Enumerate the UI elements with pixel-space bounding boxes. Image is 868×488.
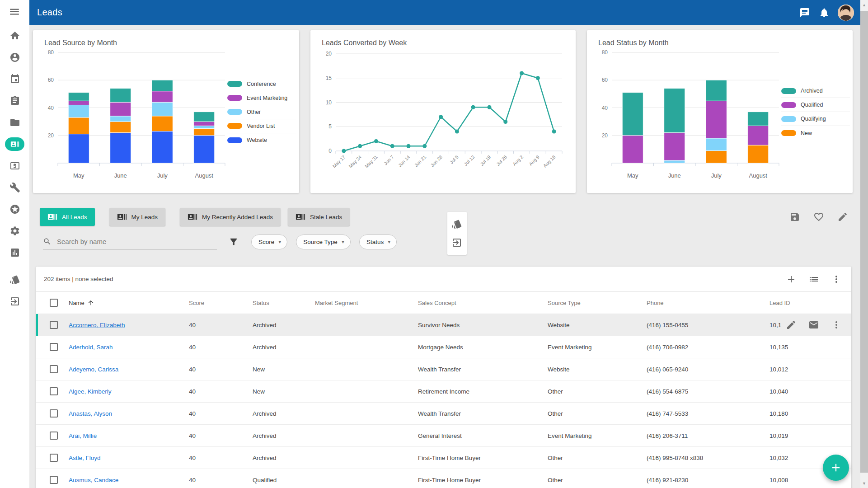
svg-text:July: July [711, 172, 722, 179]
lead-name-link[interactable]: Aderhold, Sarah [69, 344, 113, 351]
svg-text:May 31: May 31 [364, 154, 379, 169]
more-vert-icon[interactable] [831, 274, 842, 285]
table-row[interactable]: Accornero, Elizabeth40ArchivedSurvivor N… [36, 314, 851, 336]
email-icon[interactable] [808, 319, 819, 330]
cell-name: Arai, Millie [69, 432, 189, 439]
table-row[interactable]: Astle, Floyd40ArchivedFirst-Time Home Bu… [36, 447, 851, 469]
sidebar-item-reports[interactable] [0, 242, 29, 263]
column-header-market-segment[interactable]: Market Segment [315, 300, 418, 306]
legend-label: New [801, 130, 812, 136]
cell-name: Algee, Kimberly [69, 388, 189, 395]
table-row[interactable]: Algee, Kimberly40NewRetirement IncomeOth… [36, 380, 851, 403]
column-header-source-type[interactable]: Source Type [548, 300, 647, 306]
table-row[interactable]: Ausmus, Candace40QualifiedFirst-Time Hom… [36, 469, 851, 488]
lead-name-link[interactable]: Algee, Kimberly [69, 388, 112, 395]
lead-name-link[interactable]: Accornero, Elizabeth [69, 322, 125, 328]
sort-asc-icon [87, 299, 94, 306]
table-row[interactable]: Arai, Millie40ArchivedGeneral InterestEv… [36, 425, 851, 447]
search-input[interactable] [56, 237, 217, 246]
chat-icon[interactable] [799, 7, 811, 19]
column-header-status[interactable]: Status [253, 300, 315, 306]
row-checkbox[interactable] [50, 343, 58, 351]
filter-icon[interactable] [229, 236, 240, 248]
sidebar-item-home[interactable] [0, 25, 29, 47]
edit-icon[interactable] [837, 211, 849, 223]
heart-icon[interactable] [813, 211, 825, 223]
row-checkbox-cell [36, 476, 69, 484]
view-button-all-leads[interactable]: All Leads [40, 208, 95, 226]
sidebar-item-calendar[interactable] [0, 68, 29, 90]
column-header-name[interactable]: Name [69, 299, 189, 306]
sidebar-item-profile[interactable] [0, 47, 29, 68]
tags-icon[interactable] [451, 218, 463, 230]
lead-name-link[interactable]: Anastas, Alyson [69, 410, 112, 417]
lead-name-link[interactable]: Adeyemo, Carissa [69, 366, 118, 373]
scroll-down-icon[interactable]: ▼ [860, 479, 868, 487]
cell-phone: (416) 747-5533 [647, 410, 769, 417]
legend-label: Qualified [801, 102, 823, 108]
lead-status-chart: 20406080MayJuneJulyAugust [591, 47, 781, 183]
sidebar-item-billing[interactable] [0, 155, 29, 177]
lead-status-legend: ArchivedQualifiedQualifyingNew [781, 84, 850, 140]
sidebar-item-tags[interactable] [0, 269, 29, 291]
more-vert-icon[interactable] [831, 319, 842, 330]
lead-name-link[interactable]: Ausmus, Candace [69, 477, 118, 483]
column-header-score[interactable]: Score [189, 300, 253, 306]
main-content: Lead Source by Month 20406080MayJuneJuly… [29, 25, 860, 488]
view-list-icon[interactable] [808, 274, 819, 285]
svg-text:80: 80 [48, 49, 54, 56]
row-checkbox[interactable] [50, 409, 58, 418]
sidebar-item-rewards[interactable] [0, 198, 29, 220]
page-scrollbar[interactable]: ▲ ▼ [860, 0, 868, 488]
view-button-stale-leads[interactable]: Stale Leads [288, 208, 350, 226]
scroll-up-icon[interactable]: ▲ [860, 1, 868, 9]
legend-swatch [781, 102, 796, 108]
table-row[interactable]: Adeyemo, Carissa40NewWealth TransferWebs… [36, 358, 851, 380]
view-button-my-leads[interactable]: My Leads [109, 208, 166, 226]
row-checkbox[interactable] [50, 454, 58, 462]
legend-swatch [227, 123, 242, 129]
sidebar-item-leads[interactable] [0, 133, 29, 155]
exit-icon[interactable] [451, 237, 463, 249]
column-header-sales-concept[interactable]: Sales Concept [418, 300, 548, 306]
view-button-my-recently-added-leads[interactable]: My Recently Added Leads [180, 208, 281, 226]
table-row[interactable]: Anastas, Alyson40ArchivedWealth Transfer… [36, 403, 851, 425]
sidebar-item-tasks[interactable] [0, 90, 29, 112]
lead-name-link[interactable]: Astle, Floyd [69, 455, 101, 461]
cell-status: Archived [253, 344, 315, 351]
sidebar-item-tools[interactable] [0, 177, 29, 198]
column-header-phone[interactable]: Phone [647, 300, 769, 306]
sidebar-item-exit[interactable] [0, 291, 29, 312]
filter-chip-score[interactable]: Score▾ [251, 235, 287, 249]
edit-icon[interactable] [786, 319, 797, 330]
table-row[interactable]: Aderhold, Sarah40ArchivedMortgage NeedsE… [36, 336, 851, 358]
legend-swatch [781, 88, 796, 94]
row-checkbox[interactable] [50, 321, 58, 329]
filter-chip-status[interactable]: Status▾ [359, 235, 397, 249]
filter-chip-source-type[interactable]: Source Type▾ [296, 235, 351, 249]
svg-text:June: June [114, 172, 127, 179]
scrollbar-thumb[interactable] [860, 11, 868, 473]
save-icon[interactable] [789, 211, 801, 223]
chip-label: Score [258, 239, 274, 245]
notifications-icon[interactable] [818, 7, 830, 19]
row-checkbox[interactable] [50, 365, 58, 373]
avatar[interactable] [838, 5, 854, 21]
select-all-checkbox[interactable] [50, 299, 58, 307]
legend-item-qualifying: Qualifying [781, 112, 850, 126]
menu-icon[interactable] [9, 5, 21, 18]
folder-icon [9, 117, 20, 128]
legend-item-vendor-list: Vendor List [227, 119, 296, 133]
sidebar-item-settings[interactable] [0, 220, 29, 242]
cell-lead-id: 10,040 [769, 388, 851, 395]
cell-score: 40 [189, 455, 253, 461]
sidebar-item-documents[interactable] [0, 112, 29, 133]
settings-icon [9, 225, 20, 236]
add-icon[interactable] [786, 274, 797, 285]
row-checkbox[interactable] [50, 432, 58, 440]
row-checkbox[interactable] [50, 387, 58, 395]
add-lead-button[interactable] [823, 455, 849, 481]
row-checkbox[interactable] [50, 476, 58, 484]
column-header-lead-id[interactable]: Lead ID [769, 300, 851, 306]
lead-name-link[interactable]: Arai, Millie [69, 432, 97, 439]
